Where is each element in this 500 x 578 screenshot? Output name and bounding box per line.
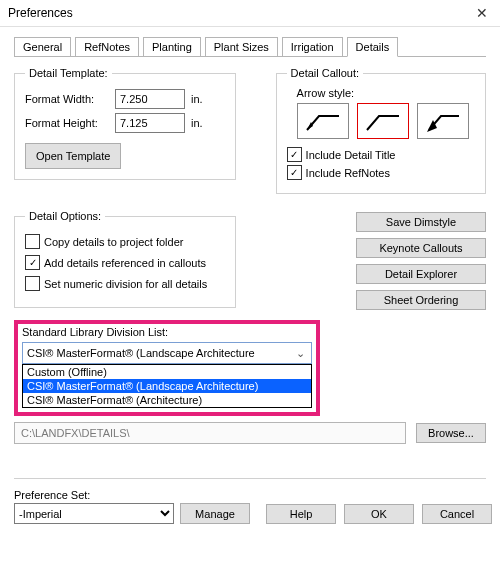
arrow-1-icon: [303, 108, 343, 134]
arrow-style-label: Arrow style:: [297, 87, 475, 99]
help-button[interactable]: Help: [266, 504, 336, 524]
include-refnotes-checkbox[interactable]: [287, 165, 302, 180]
format-height-input[interactable]: [115, 113, 185, 133]
tab-refnotes[interactable]: RefNotes: [75, 37, 139, 57]
stdlib-option-2[interactable]: CSI® MasterFormat® (Architecture): [23, 393, 311, 407]
ok-button[interactable]: OK: [344, 504, 414, 524]
stdlib-dropdown: Custom (Offline) CSI® MasterFormat® (Lan…: [22, 364, 312, 408]
include-refnotes-label: Include RefNotes: [306, 167, 390, 179]
copy-details-label: Copy details to project folder: [44, 236, 183, 248]
window-title: Preferences: [8, 6, 73, 20]
tab-details[interactable]: Details: [347, 37, 399, 57]
arrow-style-1[interactable]: [297, 103, 349, 139]
stdlib-highlight: Standard Library Division List: CSI® Mas…: [14, 320, 320, 416]
include-detail-title-label: Include Detail Title: [306, 149, 396, 161]
arrow-style-2[interactable]: [357, 103, 409, 139]
detail-path-value: C:\LANDFX\DETAILS\: [21, 427, 130, 439]
stdlib-combobox[interactable]: CSI® MasterFormat® (Landscape Architectu…: [22, 342, 312, 364]
sheet-ordering-button[interactable]: Sheet Ordering: [356, 290, 486, 310]
detail-template-legend: Detail Template:: [25, 67, 112, 79]
stdlib-label: Standard Library Division List:: [22, 326, 312, 338]
titlebar: Preferences ✕: [0, 0, 500, 27]
close-icon[interactable]: ✕: [470, 5, 494, 21]
include-detail-title-checkbox[interactable]: [287, 147, 302, 162]
detail-template-group: Detail Template: Format Width: in. Forma…: [14, 67, 236, 180]
tab-plant-sizes[interactable]: Plant Sizes: [205, 37, 278, 57]
keynote-callouts-button[interactable]: Keynote Callouts: [356, 238, 486, 258]
detail-path-field[interactable]: C:\LANDFX\DETAILS\: [14, 422, 406, 444]
tab-irrigation[interactable]: Irrigation: [282, 37, 343, 57]
detail-callout-legend: Detail Callout:: [287, 67, 363, 79]
detail-options-group: Detail Options: Copy details to project …: [14, 210, 236, 308]
format-width-input[interactable]: [115, 89, 185, 109]
detail-explorer-button[interactable]: Detail Explorer: [356, 264, 486, 284]
arrow-style-3[interactable]: [417, 103, 469, 139]
tab-planting[interactable]: Planting: [143, 37, 201, 57]
arrow-2-icon: [363, 108, 403, 134]
stdlib-option-0[interactable]: Custom (Offline): [23, 365, 311, 379]
manage-button[interactable]: Manage: [180, 503, 250, 524]
arrow-3-icon: [423, 108, 463, 134]
unit-label: in.: [191, 93, 203, 105]
numeric-division-checkbox[interactable]: [25, 276, 40, 291]
format-width-label: Format Width:: [25, 93, 109, 105]
add-details-checkbox[interactable]: [25, 255, 40, 270]
tabs: General RefNotes Planting Plant Sizes Ir…: [0, 27, 500, 57]
add-details-label: Add details referenced in callouts: [44, 257, 206, 269]
stdlib-option-1[interactable]: CSI® MasterFormat® (Landscape Architectu…: [23, 379, 311, 393]
format-height-label: Format Height:: [25, 117, 109, 129]
unit-label: in.: [191, 117, 203, 129]
stdlib-selected: CSI® MasterFormat® (Landscape Architectu…: [27, 347, 255, 359]
browse-button[interactable]: Browse...: [416, 423, 486, 443]
chevron-down-icon: ⌄: [292, 345, 308, 361]
save-dimstyle-button[interactable]: Save Dimstyle: [356, 212, 486, 232]
open-template-button[interactable]: Open Template: [25, 143, 121, 169]
detail-callout-group: Detail Callout: Arrow style: Include Det…: [276, 67, 486, 194]
copy-details-checkbox[interactable]: [25, 234, 40, 249]
numeric-division-label: Set numeric division for all details: [44, 278, 207, 290]
preference-set-label: Preference Set:: [14, 489, 250, 501]
tab-general[interactable]: General: [14, 37, 71, 57]
detail-options-legend: Detail Options:: [25, 210, 105, 222]
cancel-button[interactable]: Cancel: [422, 504, 492, 524]
preference-set-select[interactable]: -Imperial: [14, 503, 174, 524]
